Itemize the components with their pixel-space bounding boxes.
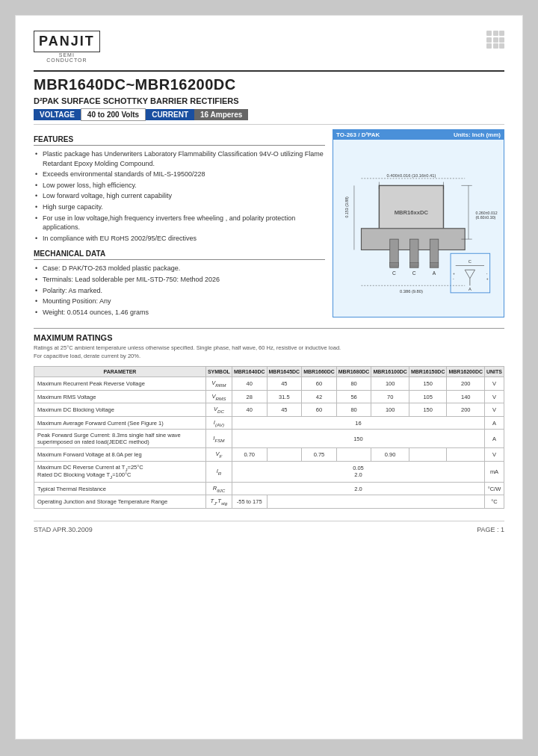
val-vf-100: 0.90	[371, 448, 409, 462]
unit-vrrm: V	[485, 377, 504, 391]
sym-vdc: VDC	[205, 403, 232, 417]
left-content: FEATURES Plastic package has Underwriter…	[34, 129, 325, 317]
col-mbr1680: MBR1680DC	[336, 367, 371, 377]
badge-amperes: 16 Amperes	[194, 109, 248, 120]
logo: PANJIT SEMICONDUCTOR	[34, 31, 100, 63]
svg-marker-28	[465, 270, 474, 278]
feature-1: Plastic package has Underwriters Laborat…	[34, 149, 325, 169]
val-vdc-200: 200	[447, 403, 485, 417]
val-vrms-105: 105	[409, 390, 447, 403]
val-ifsm: 150	[232, 430, 484, 448]
param-vrrm: Maximum Recurrent Peak Reverse Voltage	[34, 377, 206, 391]
mech-5: Weight: 0.0514 ounces, 1.46 grams	[34, 307, 325, 318]
feature-4: Low forward voltage, high current capabi…	[34, 190, 325, 202]
table-row: Maximum Average Forward Current (See Fig…	[34, 416, 504, 430]
val-vrrm-200: 200	[447, 377, 485, 391]
val-vrms-28: 28	[232, 390, 267, 403]
val-vrrm-100: 100	[371, 377, 409, 391]
mech-4: Mounting Position: Any	[34, 296, 325, 307]
table-row: Maximum DC Reverse Current at TJ=25°CRat…	[34, 461, 504, 482]
val-vdc-150: 150	[409, 403, 447, 417]
sym-rth: RθJC	[205, 482, 232, 495]
mech-1: Case: D PAK/TO-263 molded plastic packag…	[34, 263, 325, 274]
val-vrms-140: 140	[447, 390, 485, 403]
footer-right: PAGE : 1	[477, 526, 504, 533]
svg-text:A: A	[433, 270, 436, 276]
val-vrrm-45: 45	[267, 377, 302, 391]
unit-vdc: V	[485, 403, 504, 417]
content-area: FEATURES Plastic package has Underwriter…	[34, 129, 504, 317]
svg-text:+: +	[486, 277, 489, 281]
logo-sub: SEMICONDUCTOR	[34, 52, 100, 63]
val-vf-80	[336, 448, 371, 462]
val-temp-empty	[267, 495, 484, 509]
svg-text:C: C	[412, 270, 416, 276]
table-row: Typical Thermal Resistance RθJC 2.0 °C/W	[34, 482, 504, 495]
badge-voltage-range: 40 to 200 Volts	[81, 108, 146, 121]
ratings-section: MAXIMUM RATINGS Ratings at 25°C ambient …	[34, 328, 504, 509]
package-svg: C C A 0.400±0.016 (10.16±0.41) 0.260±0.0…	[338, 143, 499, 307]
features-list: Plastic package has Underwriters Laborat…	[34, 149, 325, 244]
badge-row: VOLTAGE 40 to 200 Volts CURRENT 16 Amper…	[34, 108, 504, 121]
col-symbol: SYMBOL	[205, 367, 232, 377]
table-row: Peak Forward Surge Current: 8.3ms single…	[34, 430, 504, 448]
unit-rth: °C/W	[485, 482, 504, 495]
table-row: Maximum Recurrent Peak Reverse Voltage V…	[34, 377, 504, 391]
svg-text:C: C	[392, 270, 396, 276]
svg-text:-: -	[453, 277, 454, 281]
svg-text:-: -	[486, 272, 488, 276]
svg-text:0.260±0.012: 0.260±0.012	[476, 211, 498, 215]
val-vrms-70: 70	[371, 390, 409, 403]
mech-3: Polarity: As marked.	[34, 285, 325, 297]
svg-rect-7	[430, 263, 438, 267]
svg-text:A: A	[469, 287, 471, 291]
col-mbr1640: MBR1640DC	[232, 367, 267, 377]
badge-voltage: VOLTAGE	[34, 109, 81, 120]
feature-3: Low power loss, high efficiency.	[34, 180, 325, 191]
diagram-svg-area: C C A 0.400±0.016 (10.16±0.41) 0.260±0.0…	[338, 143, 499, 307]
val-rth: 2.0	[232, 482, 484, 495]
logo-text: PANJIT	[39, 34, 95, 49]
main-title: MBR1640DC~MBR16200DC	[34, 76, 504, 93]
col-mbr1660: MBR1660DC	[302, 367, 337, 377]
unit-ir: mA	[485, 461, 504, 482]
svg-text:0.153 (3.88): 0.153 (3.88)	[344, 196, 349, 218]
sym-ir: IR	[205, 461, 232, 482]
ratings-note: Ratings at 25°C ambient temperature unle…	[34, 344, 504, 360]
svg-text:(6.60±0.30): (6.60±0.30)	[476, 215, 496, 220]
sym-iav: I(AV)	[205, 416, 232, 430]
diagram-header-right: Units: Inch (mm)	[454, 131, 501, 138]
param-temp: Operating Junction and Storage Temperatu…	[34, 495, 206, 509]
param-ifsm: Peak Forward Surge Current: 8.3ms single…	[34, 430, 206, 448]
logo-area: PANJIT SEMICONDUCTOR	[34, 31, 504, 63]
sym-vrms: VRMS	[205, 390, 232, 403]
param-vdc: Maximum DC Blocking Voltage	[34, 403, 206, 417]
val-vrms-42: 42	[302, 390, 337, 403]
table-row: Maximum Forward Voltage at 8.0A per leg …	[34, 448, 504, 462]
unit-vrms: V	[485, 390, 504, 403]
sym-vrrm: VRRM	[205, 377, 232, 391]
val-ir: 0.052.0	[232, 461, 484, 482]
ratings-title: MAXIMUM RATINGS	[34, 333, 504, 342]
svg-rect-5	[390, 263, 398, 267]
ratings-table: PARAMETER SYMBOL MBR1640DC MBR1645DC MBR…	[34, 366, 504, 509]
unit-temp: °C	[485, 495, 504, 509]
mech-2: Terminals: Lead solderable per MIL-STD-7…	[34, 274, 325, 285]
mech-title: MECHANICAL DATA	[34, 250, 325, 260]
svg-text:0.386 (9.80): 0.386 (9.80)	[400, 289, 423, 294]
param-rth: Typical Thermal Resistance	[34, 482, 206, 495]
val-vf-60: 0.75	[302, 448, 337, 462]
param-vrms: Maximum RMS Voltage	[34, 390, 206, 403]
feature-6: For use in low voltage,high frequency in…	[34, 213, 325, 233]
unit-vf: V	[485, 448, 504, 462]
svg-text:C: C	[469, 259, 471, 264]
features-title: FEATURES	[34, 135, 325, 146]
val-vf-200	[447, 448, 485, 462]
package-diagram: TO-263 / D²PAK Units: Inch (mm)	[333, 129, 504, 317]
col-mbr16200: MBR16200DC	[447, 367, 485, 377]
svg-rect-6	[410, 263, 418, 267]
unit-iav: A	[485, 416, 504, 430]
val-vdc-80: 80	[336, 403, 371, 417]
diagram-header-left: TO-263 / D²PAK	[336, 131, 380, 138]
param-ir: Maximum DC Reverse Current at TJ=25°CRat…	[34, 461, 206, 482]
